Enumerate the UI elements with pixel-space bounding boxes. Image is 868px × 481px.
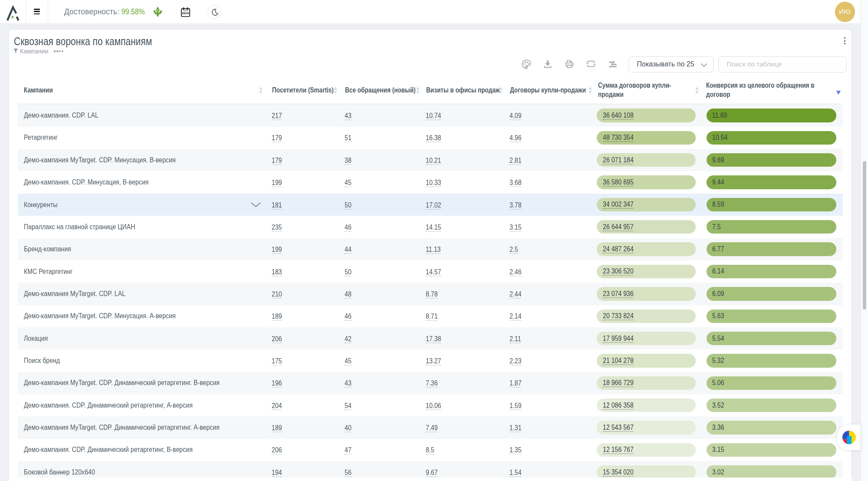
svg-text:ИЮН: ИЮН [182, 11, 189, 14]
